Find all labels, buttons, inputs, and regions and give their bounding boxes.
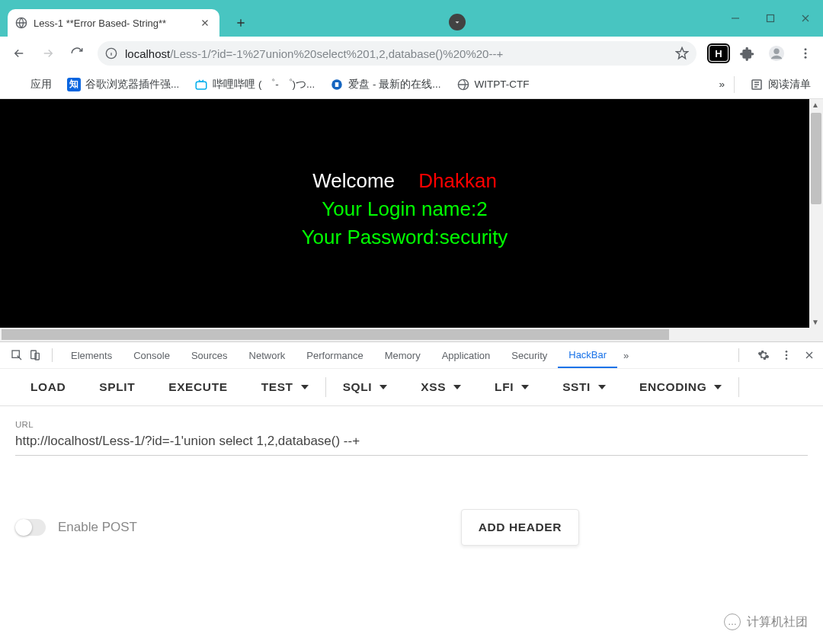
scroll-down-icon[interactable]: ▼ — [812, 318, 819, 326]
url-path: /Less-1/?id=-1%27union%20select%201,2,da… — [170, 47, 503, 60]
reading-list-button[interactable]: 阅读清单 — [744, 75, 817, 95]
svg-rect-8 — [197, 82, 207, 89]
svg-point-5 — [805, 48, 807, 50]
reading-list-icon — [750, 78, 764, 91]
devtools-tab-memory[interactable]: Memory — [374, 342, 431, 368]
bookmark-item[interactable]: 哔哩哔哩 ( ゜- ゜)つ... — [188, 75, 321, 95]
add-header-button[interactable]: ADD HEADER — [461, 509, 579, 546]
split-button[interactable]: SPLIT — [82, 368, 152, 406]
browser-menu-button[interactable] — [794, 42, 817, 65]
bookmark-label: 爱盘 - 最新的在线... — [348, 78, 440, 91]
svg-point-6 — [805, 53, 807, 55]
sqli-menu[interactable]: SQLI — [326, 368, 405, 406]
scroll-thumb[interactable] — [2, 329, 669, 340]
apps-icon — [12, 78, 26, 91]
enable-post-toggle[interactable] — [15, 519, 46, 536]
xss-menu[interactable]: XSS — [404, 368, 478, 406]
devtools-tab-hackbar[interactable]: HackBar — [558, 342, 617, 368]
svg-rect-1 — [767, 15, 774, 22]
watermark: … 计算机社团 — [724, 614, 808, 630]
separator — [734, 76, 735, 93]
devtools-tab-console[interactable]: Console — [123, 342, 181, 368]
caret-down-icon — [453, 385, 461, 389]
welcome-text: Welcome — [312, 169, 395, 192]
load-button[interactable]: LOAD — [14, 368, 82, 406]
lfi-menu[interactable]: LFI — [478, 368, 546, 406]
bilibili-icon — [194, 78, 208, 91]
devtools-tab-security[interactable]: Security — [501, 342, 558, 368]
separator — [738, 348, 739, 362]
execute-button[interactable]: EXECUTE — [152, 368, 244, 406]
login-name-line: Your Login name:2 — [322, 197, 487, 221]
page-viewport: Welcome Dhakkan Your Login name:2 Your P… — [0, 99, 823, 328]
devtools-tab-performance[interactable]: Performance — [296, 342, 373, 368]
url-label: URL — [15, 420, 808, 429]
encoding-menu[interactable]: ENCODING — [623, 368, 738, 406]
minimize-button[interactable] — [718, 0, 753, 37]
bookmark-item[interactable]: 爱盘 - 最新的在线... — [324, 75, 447, 95]
bookmark-overflow[interactable]: » — [719, 78, 725, 90]
devtools-tab-application[interactable]: Application — [431, 342, 501, 368]
bookmark-label: 哔哩哔哩 ( ゜- ゜)つ... — [213, 78, 315, 91]
back-button[interactable] — [6, 40, 32, 66]
caret-down-icon — [301, 385, 309, 389]
extensions-button[interactable] — [736, 42, 759, 65]
scroll-up-icon[interactable]: ▲ — [812, 101, 819, 109]
site-info-icon[interactable] — [105, 47, 117, 59]
new-tab-button[interactable] — [230, 12, 251, 34]
separator — [738, 377, 739, 397]
inspect-element-icon[interactable] — [8, 349, 26, 361]
svg-point-18 — [786, 357, 788, 360]
enable-post-label: Enable POST — [58, 520, 137, 535]
bookmark-star-icon[interactable] — [675, 46, 689, 60]
wechat-icon: … — [724, 614, 741, 630]
profile-button[interactable] — [765, 42, 788, 65]
devtools-tab-overflow[interactable]: » — [617, 350, 635, 361]
svg-point-7 — [805, 56, 807, 59]
devtools-tab-elements[interactable]: Elements — [60, 342, 123, 368]
horizontal-scrollbar[interactable] — [0, 328, 823, 341]
gear-icon[interactable] — [757, 349, 770, 361]
device-toggle-icon[interactable] — [26, 349, 44, 361]
devtools-tab-sources[interactable]: Sources — [181, 342, 239, 368]
ssti-menu[interactable]: SSTI — [546, 368, 623, 406]
svg-point-4 — [773, 49, 779, 54]
caret-down-icon — [379, 385, 387, 389]
devtools-tab-network[interactable]: Network — [239, 342, 296, 368]
close-window-button[interactable] — [788, 0, 823, 37]
maximize-button[interactable] — [753, 0, 788, 37]
hackbar-toolbar: LOAD SPLIT EXECUTE TEST SQLI XSS LFI SST… — [0, 368, 823, 406]
scroll-thumb[interactable] — [811, 113, 821, 204]
forward-button[interactable] — [35, 40, 61, 66]
globe-icon — [456, 78, 470, 91]
svg-point-16 — [786, 351, 788, 353]
tab-search-button[interactable] — [449, 14, 466, 30]
tab-title: Less-1 **Error Based- String** — [34, 18, 195, 29]
close-icon[interactable] — [200, 18, 210, 28]
bookmark-label: 谷歌浏览器插件强... — [85, 78, 179, 91]
kebab-icon[interactable] — [780, 349, 793, 361]
separator — [52, 348, 53, 362]
vertical-scrollbar[interactable]: ▲ ▼ — [809, 99, 823, 328]
extension-h-button[interactable]: H — [707, 42, 730, 65]
caret-down-icon — [521, 385, 529, 389]
svg-rect-10 — [335, 82, 339, 87]
caret-down-icon — [714, 385, 722, 389]
close-devtools-icon[interactable] — [803, 349, 815, 361]
bookmark-label: WITPT-CTF — [475, 78, 530, 90]
devtools-tabs: Elements Console Sources Network Perform… — [0, 342, 823, 368]
site-name: Dhakkan — [418, 169, 497, 192]
url-input[interactable]: http://localhost/Less-1/?id=-1'union sel… — [15, 429, 808, 456]
apps-shortcut[interactable]: 应用 — [6, 75, 58, 95]
bookmark-item[interactable]: WITPT-CTF — [450, 75, 536, 95]
omnibox[interactable]: localhost/Less-1/?id=-1%27union%20select… — [98, 41, 697, 66]
bookmark-item[interactable]: 知 谷歌浏览器插件强... — [61, 75, 185, 95]
window-controls — [718, 0, 823, 37]
pan-icon — [330, 78, 344, 91]
url-host: localhost — [125, 47, 170, 60]
hackbar-body: URL http://localhost/Less-1/?id=-1'union… — [0, 406, 823, 546]
reading-list-label: 阅读清单 — [768, 78, 811, 91]
browser-tab[interactable]: Less-1 **Error Based- String** — [8, 9, 219, 37]
reload-button[interactable] — [64, 40, 90, 66]
test-menu[interactable]: TEST — [245, 368, 325, 406]
